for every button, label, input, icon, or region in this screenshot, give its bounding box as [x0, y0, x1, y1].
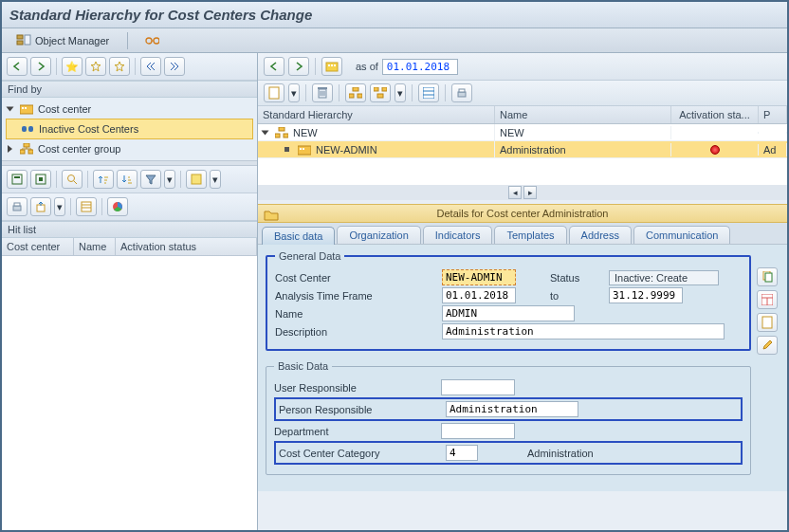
col-hierarchy[interactable]: Standard Hierarchy [258, 106, 495, 123]
svg-rect-2 [25, 35, 30, 45]
sep [305, 84, 306, 101]
status-inactive-icon [710, 145, 720, 155]
col-activation-status[interactable]: Activation sta... [671, 106, 759, 123]
filter-menu-button[interactable]: ▾ [164, 170, 175, 189]
grid-toggle-button[interactable] [418, 83, 439, 102]
time-frame-from-input[interactable] [442, 287, 516, 303]
tab-address[interactable]: Address [569, 226, 632, 244]
cc-category-code-input[interactable] [446, 445, 478, 461]
svg-rect-0 [17, 35, 23, 39]
tree-inactive-cost-centers[interactable]: Inactive Cost Centers [6, 119, 253, 139]
svg-rect-37 [377, 94, 383, 98]
sep [70, 198, 71, 215]
sum-button[interactable] [186, 170, 207, 189]
sort-desc-button[interactable] [117, 170, 138, 189]
svg-marker-6 [115, 62, 124, 71]
sep [339, 84, 339, 101]
svg-rect-46 [303, 148, 304, 150]
department-input[interactable] [441, 423, 515, 439]
name-input[interactable] [442, 305, 575, 321]
cc-category-text: Administration [527, 448, 594, 459]
print-button[interactable] [451, 83, 472, 102]
row-p: Ad [763, 144, 776, 156]
sep [445, 84, 446, 101]
as-of-date-input[interactable] [382, 59, 458, 75]
svg-rect-45 [300, 148, 302, 150]
sum-menu-button[interactable]: ▾ [210, 170, 221, 189]
create-button[interactable] [264, 83, 284, 102]
filter-button[interactable] [140, 170, 161, 189]
lbl-time-frame: Analysis Time Frame [275, 290, 434, 302]
hit-col-status[interactable]: Activation status [116, 238, 257, 255]
cost-center-input[interactable] [442, 269, 516, 285]
time-frame-to-input[interactable] [609, 287, 683, 303]
tab-indicators[interactable]: Indicators [423, 226, 493, 244]
user-responsible-input[interactable] [441, 379, 515, 395]
nav-back-button[interactable] [7, 57, 28, 76]
export-button[interactable] [30, 197, 51, 216]
hierarchy-menu-button[interactable]: ▾ [394, 83, 406, 102]
side-clipboard-button[interactable] [757, 313, 778, 332]
svg-rect-15 [12, 174, 22, 184]
find-button[interactable] [7, 170, 28, 189]
grid-horizontal-scrollbar[interactable]: ◂ ▸ [258, 185, 787, 200]
create-menu-button[interactable]: ▾ [288, 83, 300, 102]
hist-next-button[interactable] [164, 57, 185, 76]
export-menu-button[interactable]: ▾ [54, 197, 65, 216]
svg-point-3 [146, 38, 152, 44]
fav-up-button[interactable] [109, 57, 130, 76]
hit-col-name[interactable]: Name [74, 238, 116, 255]
hierarchy-sub-button[interactable] [370, 83, 391, 102]
side-edit-button[interactable] [757, 336, 778, 355]
chart-button[interactable] [107, 197, 128, 216]
left-pane: ⭐ Find by Cost center Inactive Cost Cent… [2, 53, 258, 530]
hierarchy-row-new-admin[interactable]: NEW-ADMIN Administration Ad [258, 141, 787, 158]
nav-back-button[interactable] [264, 57, 284, 76]
tab-organization[interactable]: Organization [337, 226, 420, 244]
svg-rect-35 [374, 87, 378, 91]
nav-forward-button[interactable] [288, 57, 309, 76]
print-button[interactable] [7, 197, 28, 216]
tab-communication[interactable]: Communication [633, 226, 730, 244]
svg-rect-13 [20, 150, 25, 154]
sep [101, 198, 102, 215]
description-input[interactable] [442, 323, 725, 339]
sep [87, 171, 88, 188]
tab-basic-data[interactable]: Basic data [262, 227, 335, 245]
hierarchy-add-button[interactable] [345, 83, 366, 102]
search-button[interactable] [62, 170, 83, 189]
svg-rect-27 [331, 64, 333, 66]
fav-add-button[interactable]: ⭐ [62, 57, 83, 76]
svg-rect-38 [423, 87, 434, 99]
tree-cost-center-group[interactable]: Cost center group [6, 139, 253, 158]
group-icon [19, 141, 34, 156]
hit-list-header: Hit list [2, 221, 257, 238]
fav-list-button[interactable] [85, 57, 106, 76]
hist-prev-button[interactable] [140, 57, 161, 76]
col-name[interactable]: Name [495, 106, 671, 123]
period-button[interactable] [321, 57, 342, 76]
group-icon [274, 125, 289, 140]
lbl-user-responsible: User Responsible [274, 382, 433, 394]
sort-asc-button[interactable] [93, 170, 114, 189]
layout-button[interactable] [76, 197, 97, 216]
tab-templates[interactable]: Templates [494, 226, 566, 244]
hit-col-cc[interactable]: Cost center [2, 238, 74, 255]
svg-marker-5 [91, 62, 101, 71]
col-p[interactable]: P [759, 106, 787, 123]
object-manager-button[interactable]: Object Manager [9, 30, 116, 51]
left-nav-toolbar: ⭐ [2, 53, 257, 81]
scroll-left-icon[interactable]: ◂ [508, 186, 522, 199]
right-pane: as of ▾ ▾ Standard Hierarchy Name Activa… [258, 53, 787, 530]
refresh-button[interactable] [30, 170, 51, 189]
tree-cost-center[interactable]: Cost center [6, 100, 253, 119]
delete-button[interactable] [312, 83, 333, 102]
side-copy-button[interactable] [757, 267, 778, 286]
hierarchy-row-new[interactable]: NEW NEW [258, 124, 787, 141]
person-responsible-input[interactable] [446, 401, 578, 417]
glasses-button[interactable] [139, 30, 164, 51]
svg-rect-19 [192, 174, 201, 184]
side-layout-button[interactable] [757, 290, 778, 309]
scroll-right-icon[interactable]: ▸ [523, 186, 537, 199]
nav-forward-button[interactable] [30, 57, 51, 76]
